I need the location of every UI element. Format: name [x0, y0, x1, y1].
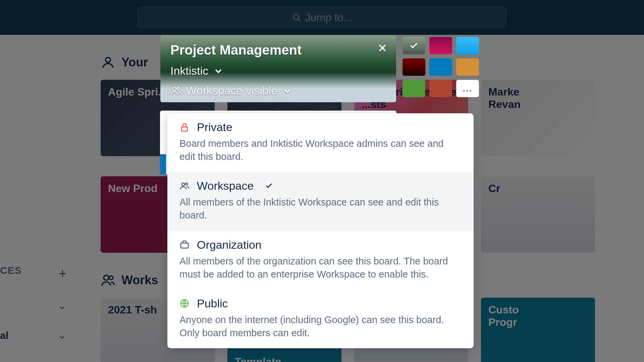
bg-swatch[interactable]: [429, 80, 452, 97]
visibility-option-workspace[interactable]: Workspace All members of the Inktistic W…: [167, 172, 474, 231]
close-button[interactable]: [377, 42, 387, 56]
close-icon: [377, 43, 387, 53]
bg-swatch[interactable]: [402, 80, 425, 97]
team-selector[interactable]: Inktistic: [170, 64, 386, 77]
visibility-option-private[interactable]: Private Board members and Inktistic Work…: [167, 113, 474, 172]
background-picker: ...: [402, 37, 479, 97]
option-description: Anyone on the internet (including Google…: [179, 313, 462, 340]
bg-swatch[interactable]: [456, 37, 479, 54]
svg-point-7: [173, 87, 176, 90]
option-description: All members of the Inktistic Workspace c…: [179, 196, 462, 222]
bg-swatch[interactable]: [456, 58, 479, 76]
bg-swatch[interactable]: [429, 58, 452, 76]
chevron-down-icon: [282, 85, 293, 96]
visibility-selector[interactable]: Workspace visible: [170, 84, 386, 97]
bg-more-button[interactable]: ...: [456, 80, 479, 97]
people-icon: [170, 85, 181, 96]
briefcase-icon: [179, 240, 190, 250]
option-title: Public: [197, 297, 228, 310]
globe-icon: [179, 298, 190, 308]
check-icon: [409, 41, 419, 50]
bg-swatch-selected[interactable]: [402, 37, 425, 54]
bg-swatch[interactable]: [429, 37, 452, 54]
svg-rect-9: [181, 127, 187, 131]
option-title: Workspace: [197, 179, 254, 192]
chevron-down-icon: [213, 66, 224, 76]
more-icon: ...: [463, 83, 472, 94]
check-icon: [265, 182, 273, 190]
option-title: Private: [197, 121, 232, 134]
svg-rect-12: [181, 243, 189, 248]
visibility-option-public[interactable]: Public Anyone on the internet (including…: [167, 290, 474, 348]
option-description: All members of the organization can see …: [179, 255, 462, 281]
svg-point-10: [182, 183, 185, 186]
option-title: Organization: [197, 238, 262, 251]
bg-swatch[interactable]: [402, 58, 425, 76]
visibility-option-organization[interactable]: Organization All members of the organiza…: [167, 231, 474, 290]
option-description: Board members and Inktistic Workspace ad…: [179, 137, 462, 163]
lock-icon: [179, 122, 190, 132]
visibility-dropdown: Private Board members and Inktistic Work…: [167, 113, 474, 348]
selected-check: [265, 179, 273, 192]
board-title-input[interactable]: Project Management: [170, 43, 386, 58]
svg-point-11: [185, 183, 187, 185]
svg-point-8: [177, 87, 179, 90]
create-board-modal: Project Management Inktistic Workspace v…: [160, 35, 396, 102]
people-icon: [179, 181, 190, 191]
